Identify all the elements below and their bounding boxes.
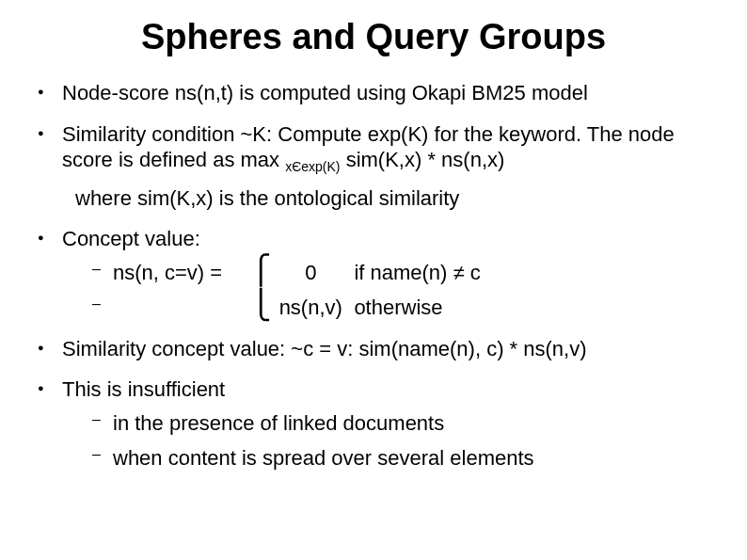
bullet-item-5: This is insufficient in the presence of … — [38, 376, 709, 472]
bullet-item-2: Similarity condition ~K: Compute exp(K) … — [38, 121, 709, 212]
bullet-list: Node-score ns(n,t) is computed using Oka… — [38, 80, 709, 472]
case-lhs: ns(n, c=v) = — [113, 260, 245, 286]
case-val-2: ns(n,v) — [273, 295, 348, 321]
brace-top: ⎧ — [250, 261, 267, 280]
brace-bottom: ⎩ — [250, 296, 267, 314]
bullet-text-2sub: xЄexp(K) — [285, 159, 340, 174]
case-line-1: ns(n, c=v) = ⎧ 0 if name(n) ≠ c — [92, 260, 709, 286]
bullet-item-4: Similarity concept value: ~c = v: sim(na… — [38, 336, 709, 362]
bullet-text-3: Concept value: — [62, 227, 200, 250]
case-cond-2: otherwise — [354, 296, 442, 319]
bullet-item-3: Concept value: ns(n, c=v) = ⎧ 0 if name(… — [38, 226, 709, 321]
case-cond-1: if name(n) ≠ c — [354, 261, 480, 284]
sub-item-5b: when content is spread over several elem… — [92, 445, 709, 472]
where-clause: where sim(K,x) is the ontological simila… — [75, 185, 709, 212]
case-line-2: ⎩ ns(n,v) otherwise — [92, 295, 709, 321]
bullet-text-5: This is insufficient — [62, 377, 225, 401]
slide-title: Spheres and Query Groups — [38, 17, 709, 57]
case-val-1: 0 — [273, 260, 348, 286]
bullet-text-2b: sim(K,x) * ns(n,x) — [346, 148, 505, 171]
bullet-text-4: Similarity concept value: ~c = v: sim(na… — [62, 337, 587, 360]
sub-list-5: in the presence of linked documents when… — [92, 410, 709, 472]
sub-list-3: ns(n, c=v) = ⎧ 0 if name(n) ≠ c ⎩ ns(n,v… — [92, 260, 709, 321]
bullet-text-1: Node-score ns(n,t) is computed using Oka… — [62, 81, 588, 104]
sub-item-5a: in the presence of linked documents — [92, 410, 709, 437]
bullet-item-1: Node-score ns(n,t) is computed using Oka… — [38, 80, 709, 106]
